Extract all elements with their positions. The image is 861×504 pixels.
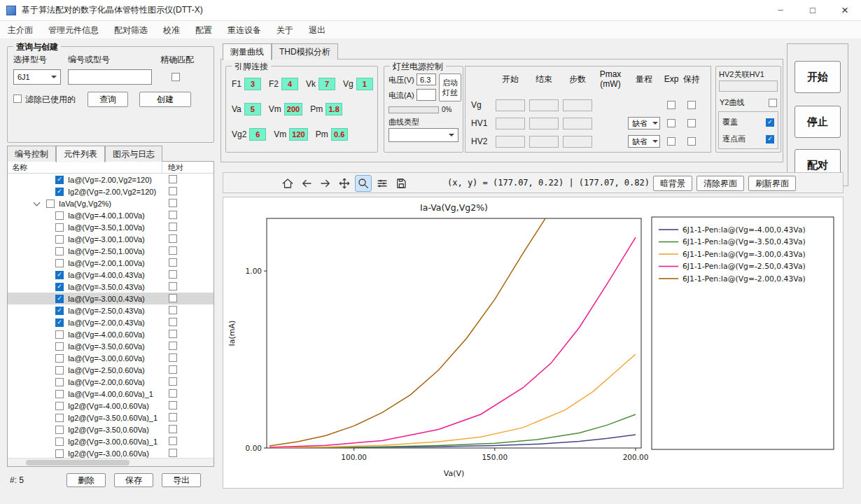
item-checkbox[interactable] — [55, 318, 64, 327]
home-icon[interactable] — [279, 175, 296, 192]
absolute-checkbox[interactable] — [169, 306, 177, 314]
absolute-checkbox[interactable] — [169, 211, 177, 219]
list-item[interactable]: Ia@(Vg=-2.50,1.00Va) — [8, 245, 214, 257]
pointwise-checkbox[interactable] — [766, 135, 774, 144]
absolute-checkbox[interactable] — [169, 425, 177, 433]
menu-item[interactable]: 校准 — [155, 21, 188, 39]
sweep-input[interactable] — [496, 136, 525, 148]
item-checkbox[interactable] — [55, 342, 64, 351]
sweep-input[interactable] — [563, 118, 592, 130]
list-item[interactable]: Ia@(Vg=-3.00,1.00Va) — [8, 233, 214, 245]
list-item[interactable]: Ia@(Vg=-2.00,1.00Va) — [8, 257, 214, 269]
close-button[interactable] — [829, 0, 861, 21]
menu-item[interactable]: 配置 — [188, 21, 220, 39]
absolute-checkbox[interactable] — [169, 270, 177, 279]
item-checkbox[interactable] — [55, 354, 64, 363]
absolute-checkbox[interactable] — [169, 437, 177, 445]
hv2-link-input[interactable] — [719, 80, 778, 92]
menu-item[interactable]: 管理元件信息 — [41, 21, 106, 39]
clear-interface-button[interactable]: 清除界面 — [696, 176, 744, 191]
list-item[interactable]: Ia@(Vg=-4.00,0.60Va) — [8, 328, 214, 340]
absolute-checkbox[interactable] — [169, 234, 177, 243]
scrollbar-thumb[interactable] — [26, 460, 130, 465]
item-checkbox[interactable] — [55, 330, 64, 339]
tab-item[interactable]: 编号控制 — [7, 146, 56, 162]
absolute-checkbox[interactable] — [169, 175, 177, 183]
exp-checkbox[interactable] — [667, 119, 676, 127]
sweep-input[interactable] — [529, 118, 559, 130]
exp-checkbox[interactable] — [667, 137, 676, 146]
sweep-input[interactable] — [496, 118, 525, 130]
start-filament-button[interactable]: 启动灯丝 — [439, 74, 461, 102]
save-button[interactable]: 保存 — [114, 473, 153, 487]
absolute-checkbox[interactable] — [169, 449, 177, 457]
sweep-input[interactable] — [496, 99, 525, 111]
expander-icon[interactable] — [34, 199, 41, 206]
absolute-checkbox[interactable] — [169, 342, 177, 350]
absolute-checkbox[interactable] — [169, 246, 177, 255]
tab-item[interactable]: 元件列表 — [56, 146, 105, 162]
y2-curve-checkbox[interactable] — [769, 99, 777, 107]
back-icon[interactable] — [298, 175, 315, 192]
pin-value-box[interactable]: 1.8 — [326, 103, 342, 115]
absolute-checkbox[interactable] — [169, 401, 177, 410]
list-item[interactable]: Ia@(Vg=-2.00,Vg2=120) — [8, 174, 214, 186]
menu-item[interactable]: 关于 — [269, 21, 301, 39]
range-select[interactable]: 缺省 — [628, 117, 660, 130]
maximize-button[interactable] — [797, 0, 829, 21]
pin-value-box[interactable]: 6 — [249, 128, 266, 141]
item-checkbox[interactable] — [55, 449, 64, 458]
tab-item[interactable]: 测量曲线 — [223, 43, 272, 60]
start-button[interactable]: 开始 — [794, 61, 841, 93]
absolute-checkbox[interactable] — [169, 330, 177, 338]
absolute-checkbox[interactable] — [169, 413, 177, 421]
pin-value-box[interactable]: 3 — [244, 78, 261, 90]
item-checkbox[interactable] — [55, 295, 64, 303]
horizontal-scrollbar[interactable] — [8, 458, 214, 466]
item-checkbox[interactable] — [55, 259, 64, 267]
absolute-checkbox[interactable] — [169, 354, 177, 362]
save-icon[interactable] — [393, 175, 410, 192]
list-item[interactable]: Ia@(Vg=-2.50,0.60Va) — [8, 364, 214, 376]
hold-checkbox[interactable] — [687, 119, 696, 127]
list-item[interactable]: Ia@(Vg=-3.00,0.60Va) — [8, 352, 214, 364]
export-button[interactable]: 导出 — [162, 473, 201, 487]
list-item[interactable]: Ia@(Vg=-3.50,0.43Va) — [8, 281, 214, 293]
range-select[interactable]: 缺省 — [628, 135, 660, 148]
menu-item[interactable]: 主介面 — [0, 21, 41, 39]
sweep-input[interactable] — [563, 136, 592, 148]
zoom-icon[interactable] — [355, 175, 372, 192]
item-checkbox[interactable] — [55, 271, 64, 279]
item-checkbox[interactable] — [55, 390, 64, 398]
menu-item[interactable]: 重连设备 — [220, 21, 269, 39]
pan-icon[interactable] — [336, 175, 353, 192]
item-checkbox[interactable] — [55, 366, 64, 374]
list-item[interactable]: Ia@(Vg=-3.50,1.00Va) — [8, 221, 214, 233]
list-item[interactable]: Ia@(Vg=-4.00,0.43Va) — [8, 269, 214, 281]
item-checkbox[interactable] — [55, 426, 64, 434]
dark-background-button[interactable]: 暗背景 — [653, 176, 692, 191]
item-checkbox[interactable] — [55, 247, 64, 255]
minimize-button[interactable] — [764, 0, 797, 21]
list-item[interactable]: Ig2@(Vg=-4.00,0.60Va) — [8, 400, 214, 412]
chart-figure[interactable]: Ia-Va(Vg,Vg2%)100.00150.00200.000.001.00… — [223, 197, 844, 489]
tab-item[interactable]: 图示与日志 — [105, 146, 162, 162]
exp-checkbox[interactable] — [667, 101, 676, 109]
list-item[interactable]: IaVa(Vg,Vg2%) — [8, 197, 214, 209]
list-item[interactable]: Ig2@(Vg=-3.00,0.60Va) — [8, 447, 214, 458]
list-item[interactable]: Ia@(Vg=-4.00,0.60Va)_1 — [8, 388, 214, 400]
item-checkbox[interactable] — [55, 176, 64, 184]
list-item[interactable]: Ia@(Vg=-2.50,0.43Va) — [8, 304, 214, 316]
item-checkbox[interactable] — [46, 200, 55, 208]
pin-value-box[interactable]: 120 — [289, 128, 307, 141]
sliders-icon[interactable] — [374, 175, 391, 192]
item-checkbox[interactable] — [55, 223, 64, 232]
query-button[interactable]: 查询 — [88, 92, 128, 107]
curve-type-select[interactable] — [388, 128, 458, 142]
pin-value-box[interactable]: 0.6 — [331, 128, 348, 141]
list-item[interactable]: Ig2@(Vg=-3.50,0.60Va) — [8, 424, 214, 435]
number-input[interactable] — [68, 69, 152, 85]
item-checkbox[interactable] — [55, 402, 64, 410]
list-item[interactable]: Ia@(Vg=-3.00,0.43Va) — [8, 293, 214, 304]
absolute-checkbox[interactable] — [169, 365, 177, 374]
